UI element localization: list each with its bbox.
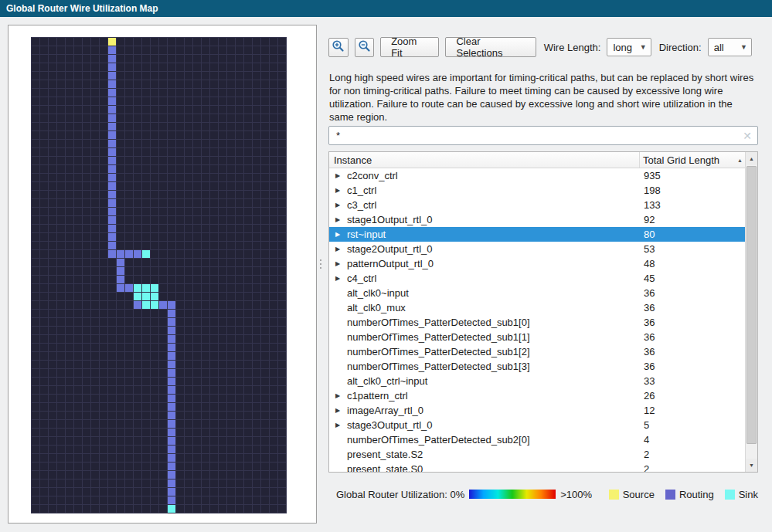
window-titlebar[interactable]: Global Router Wire Utilization Map: [0, 0, 772, 17]
instance-name: patternOutput_rtl_0: [347, 258, 434, 269]
vertical-scrollbar[interactable]: ▲ ▼: [745, 152, 757, 472]
clear-selections-label: Clear Selections: [456, 36, 525, 59]
instance-name: c1_ctrl: [347, 185, 376, 196]
clear-filter-icon[interactable]: ✕: [743, 130, 752, 141]
instance-name: stage2Output_rtl_0: [347, 243, 433, 255]
expand-arrow-icon[interactable]: ▶: [335, 216, 347, 223]
direction-dropdown[interactable]: all ▼: [708, 38, 752, 56]
table-row[interactable]: numberOfTimes_PatterDetected_sub1[3]36: [329, 359, 745, 374]
instance-name: numberOfTimes_PatterDetected_sub1[2]: [347, 346, 530, 357]
expand-arrow-icon[interactable]: ▶: [335, 260, 347, 267]
expand-arrow-icon[interactable]: ▶: [335, 392, 347, 399]
total-grid-length-value: 80: [640, 229, 745, 240]
expand-arrow-icon[interactable]: ▶: [335, 407, 347, 414]
filter-box: ✕: [328, 126, 758, 145]
utilization-label: Global Router Utilization: 0%: [336, 489, 464, 500]
total-grid-length-value: 33: [640, 375, 745, 387]
expand-arrow-icon[interactable]: ▶: [335, 202, 347, 208]
instance-name: c2conv_ctrl: [347, 170, 398, 181]
total-grid-length-column-header[interactable]: Total Grid Length ▲: [640, 152, 745, 168]
expand-arrow-icon[interactable]: ▶: [335, 187, 347, 194]
scrollbar-thumb[interactable]: [746, 166, 757, 444]
total-grid-length-value: 92: [640, 214, 745, 225]
source-color-swatch: [609, 490, 619, 500]
total-grid-length-value: 2: [640, 463, 745, 473]
table-row[interactable]: alt_clk0_ctrl~input33: [329, 374, 745, 388]
sink-color-swatch: [725, 490, 735, 500]
table-row[interactable]: numberOfTimes_PatterDetected_sub1[1]36: [329, 330, 745, 344]
utilization-max-label: >100%: [560, 489, 592, 500]
zoom-fit-label: Zoom Fit: [391, 36, 428, 59]
instance-table: Instance Total Grid Length ▲ ▶c2conv_ctr…: [328, 151, 758, 473]
zoom-in-icon: [332, 39, 345, 56]
direction-label: Direction:: [659, 42, 702, 53]
expand-arrow-icon[interactable]: ▶: [335, 275, 347, 282]
total-grid-length-value: 5: [640, 419, 745, 431]
zoom-out-icon: [358, 39, 371, 56]
direction-value: all: [714, 42, 724, 53]
total-grid-length-value: 36: [640, 361, 745, 372]
expand-arrow-icon[interactable]: ▶: [335, 172, 347, 179]
table-row[interactable]: present_state.S22: [329, 447, 745, 462]
total-grid-length-value: 4: [640, 434, 745, 446]
table-row[interactable]: ▶c1_ctrl198: [329, 183, 745, 198]
legend-label: Routing: [679, 489, 714, 500]
table-row[interactable]: ▶c3_ctrl133: [329, 198, 745, 212]
table-row[interactable]: numberOfTimes_PatterDetected_sub1[0]36: [329, 315, 745, 330]
scroll-up-icon[interactable]: ▲: [746, 152, 757, 165]
instance-column-header[interactable]: Instance: [329, 152, 640, 168]
scroll-down-icon[interactable]: ▼: [746, 459, 757, 472]
instance-name: numberOfTimes_PatterDetected_sub1[3]: [347, 361, 530, 372]
expand-arrow-icon[interactable]: ▶: [335, 246, 347, 252]
zoom-out-button[interactable]: [355, 38, 375, 57]
wire-length-label: Wire Length:: [544, 42, 601, 53]
instance-name: stage1Output_rtl_0: [347, 214, 433, 225]
total-grid-length-value: 36: [640, 302, 745, 313]
filter-input[interactable]: [335, 129, 738, 142]
table-row[interactable]: ▶stage1Output_rtl_092: [329, 212, 745, 227]
wire-length-value: long: [613, 42, 632, 53]
expand-arrow-icon[interactable]: ▶: [335, 231, 347, 238]
instance-name: c3_ctrl: [347, 199, 376, 211]
description-text: Long high speed wires are important for …: [329, 71, 759, 124]
instance-name: present_state.S2: [347, 449, 423, 460]
instance-name: stage3Output_rtl_0: [347, 419, 433, 431]
table-row[interactable]: ▶imageArray_rtl_012: [329, 403, 745, 418]
table-row[interactable]: ▶stage3Output_rtl_05: [329, 418, 745, 432]
total-grid-length-value: 36: [640, 346, 745, 357]
table-row[interactable]: ▶c1pattern_ctrl26: [329, 388, 745, 403]
table-row[interactable]: ▶stage2Output_rtl_053: [329, 242, 745, 256]
total-grid-length-value: 198: [640, 185, 745, 196]
table-row[interactable]: numberOfTimes_PatterDetected_sub1[2]36: [329, 344, 745, 359]
total-grid-length-value: 935: [640, 170, 745, 181]
table-header: Instance Total Grid Length ▲: [329, 152, 745, 168]
table-row[interactable]: numberOfTimes_PatterDetected_sub2[0]4: [329, 432, 745, 447]
utilization-map-canvas[interactable]: [31, 37, 287, 513]
table-row[interactable]: ▶rst~input80: [329, 227, 745, 242]
total-grid-length-value: 45: [640, 273, 745, 284]
clear-selections-button[interactable]: Clear Selections: [445, 37, 536, 57]
instance-table-body: ▶c2conv_ctrl935▶c1_ctrl198▶c3_ctrl133▶st…: [329, 168, 745, 473]
instance-name: alt_clk0_mux: [347, 302, 406, 313]
zoom-in-button[interactable]: [328, 38, 349, 57]
expand-arrow-icon[interactable]: ▶: [335, 422, 347, 429]
table-row[interactable]: ▶patternOutput_rtl_048: [329, 256, 745, 271]
utilization-map-panel: [8, 25, 317, 524]
table-row[interactable]: ▶c2conv_ctrl935: [329, 168, 745, 183]
table-row[interactable]: alt_clk0_mux36: [329, 300, 745, 315]
zoom-fit-button[interactable]: Zoom Fit: [380, 37, 439, 57]
instance-name: alt_clk0_ctrl~input: [347, 375, 427, 387]
utilization-gradient: [469, 490, 556, 499]
total-grid-length-value: 36: [640, 317, 745, 328]
instance-name: c1pattern_ctrl: [347, 390, 408, 402]
instance-name: rst~input: [347, 229, 386, 240]
wire-length-dropdown[interactable]: long ▼: [607, 38, 651, 56]
instance-name: numberOfTimes_PatterDetected_sub2[0]: [347, 434, 530, 446]
total-grid-length-value: 26: [640, 390, 745, 402]
toolbar: Zoom Fit Clear Selections Wire Length: l…: [328, 37, 758, 57]
table-row[interactable]: alt_clk0~input36: [329, 286, 745, 300]
controls-panel: Zoom Fit Clear Selections Wire Length: l…: [328, 32, 758, 527]
table-row[interactable]: present_state.S02: [329, 462, 745, 473]
table-row[interactable]: ▶c4_ctrl45: [329, 271, 745, 286]
panel-splitter[interactable]: [318, 32, 323, 496]
